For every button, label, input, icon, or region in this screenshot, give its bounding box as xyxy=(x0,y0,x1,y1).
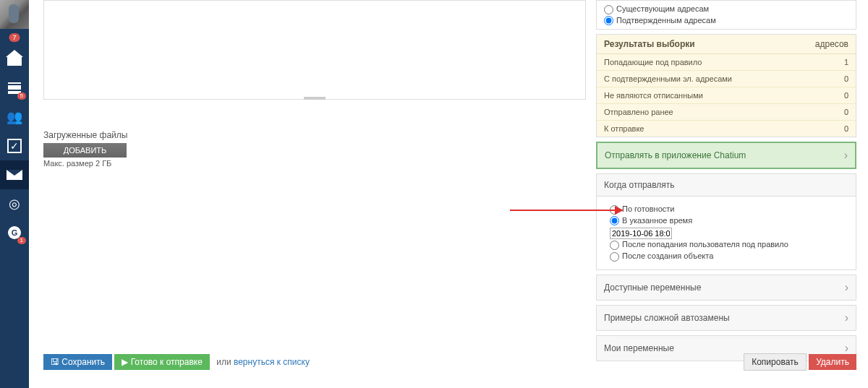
autoreplace-examples-panel[interactable]: Примеры сложной автозамены› xyxy=(596,305,856,331)
scheduled-date-input[interactable] xyxy=(610,228,672,239)
results-row: С подтвержденными эл. адресами0 xyxy=(597,71,856,87)
gear-icon: ◎ xyxy=(9,196,20,212)
delete-button[interactable]: Удалить xyxy=(809,354,856,370)
editor-area[interactable] xyxy=(43,0,586,100)
chevron-right-icon: › xyxy=(845,342,848,355)
results-title: Результаты выборки xyxy=(604,39,695,49)
sidebar: 7 5 👥 ✓ ◎ G1 xyxy=(0,0,29,388)
copy-button[interactable]: Копировать xyxy=(744,353,807,371)
radio-confirmed[interactable]: Подтвержденным адресам xyxy=(604,15,848,27)
address-filter-panel: Существующим адресам Подтвержденным адре… xyxy=(596,0,856,30)
when-after-create[interactable]: После создания объекта xyxy=(610,251,843,262)
when-send-header: Когда отправлять xyxy=(596,173,856,197)
reports-badge: 5 xyxy=(17,92,26,100)
chevron-right-icon: › xyxy=(845,281,848,294)
chevron-right-icon: › xyxy=(844,149,848,162)
uploaded-files-label: Загруженные файлы xyxy=(43,130,586,140)
when-scheduled[interactable]: В указанное время xyxy=(610,215,843,227)
footer-bar: 🖫 Сохранить ▶ Готово к отправке или верн… xyxy=(43,353,856,371)
nav-reports[interactable]: 5 xyxy=(0,74,29,103)
nav-settings[interactable]: ◎ xyxy=(0,189,29,218)
nav-app[interactable]: G1 xyxy=(0,218,29,247)
results-row: К отправке0 xyxy=(597,121,856,137)
ready-button[interactable]: ▶ Готово к отправке xyxy=(114,354,210,370)
notification-badge: 7 xyxy=(9,33,20,42)
when-ready[interactable]: По готовности xyxy=(610,204,843,215)
save-button[interactable]: 🖫 Сохранить xyxy=(43,354,112,370)
check-icon: ✓ xyxy=(7,139,22,153)
radio-existing[interactable]: Существующим адресам xyxy=(604,4,848,15)
results-row: Не являются отписанными0 xyxy=(597,87,856,104)
when-after-rule[interactable]: После попадания пользователя под правило xyxy=(610,239,843,251)
home-icon xyxy=(7,53,22,66)
max-size-hint: Макс. размер 2 ГБ xyxy=(43,159,586,168)
add-file-button[interactable]: ДОБАВИТЬ xyxy=(43,143,127,158)
results-row: Попадающие под правило1 xyxy=(597,54,856,71)
back-link[interactable]: вернуться к списку xyxy=(234,357,310,367)
users-icon: 👥 xyxy=(7,109,22,125)
nav-tasks[interactable]: ✓ xyxy=(0,132,29,160)
results-row: Отправлено ранее0 xyxy=(597,104,856,121)
results-col: адресов xyxy=(815,39,848,49)
nav-users[interactable]: 👥 xyxy=(0,103,29,132)
or-back-text: или вернуться к списку xyxy=(216,357,310,367)
available-vars-panel[interactable]: Доступные переменные› xyxy=(596,275,856,301)
annotation-arrow xyxy=(510,210,622,211)
chatium-toggle[interactable]: Отправлять в приложение Chatium › xyxy=(596,142,856,169)
nav-mail[interactable] xyxy=(0,160,29,189)
app-badge: 1 xyxy=(17,237,26,244)
avatar[interactable] xyxy=(0,0,29,29)
chevron-right-icon: › xyxy=(845,311,848,324)
when-send-body: По готовности В указанное время После по… xyxy=(596,197,856,270)
results-panel: Результаты выборки адресов Попадающие по… xyxy=(596,34,856,137)
mail-icon xyxy=(7,170,22,180)
nav-home[interactable] xyxy=(0,45,29,74)
